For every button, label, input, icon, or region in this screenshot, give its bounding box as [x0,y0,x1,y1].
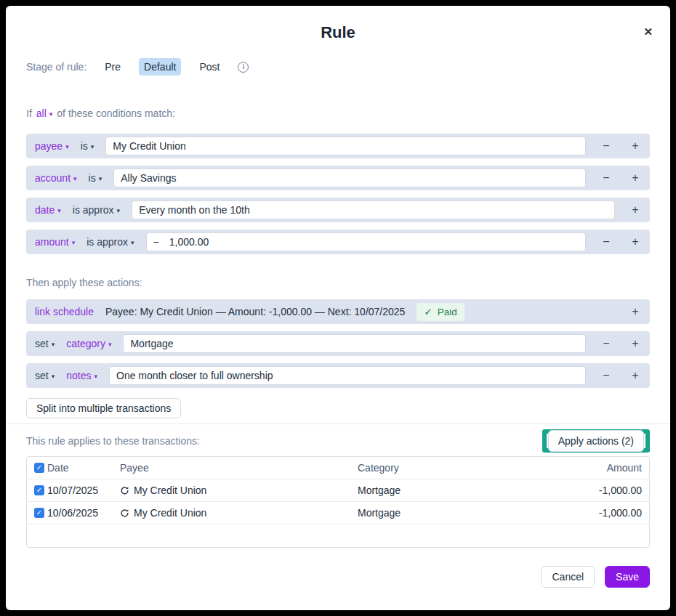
condition-op-dropdown[interactable]: is approx▾ [86,236,134,248]
action-field-dropdown[interactable]: category▾ [66,338,111,349]
chevron-down-icon: ▾ [94,373,97,380]
condition-value-input[interactable]: −1,000.00 [146,232,586,251]
page-title: Rule [26,23,650,42]
chevron-down-icon: ▾ [72,239,76,246]
recurring-icon [120,508,129,518]
condition-op-dropdown[interactable]: is▾ [81,140,94,152]
chevron-down-icon: ▾ [99,175,102,182]
close-icon[interactable]: ✕ [643,26,653,37]
condition-value-input[interactable]: My Credit Union [105,137,586,155]
chevron-down-icon: ▾ [52,373,55,380]
tx-date: 10/07/2025 [47,485,120,496]
stage-option-default[interactable]: Default [139,58,181,76]
condition-value-input[interactable]: Ally Savings [113,169,586,187]
cancel-button[interactable]: Cancel [541,566,595,588]
apply-actions-button[interactable]: Apply actions (2) [548,430,644,452]
tx-category: Mortgage [358,485,562,496]
add-action-button[interactable]: + [627,337,644,350]
dialog-footer: Cancel Save [26,566,650,588]
table-row: ✓ 10/06/2025 My Credit Union Mortgage -1… [27,501,649,524]
remove-condition-button[interactable]: − [597,171,615,185]
action-row-link-schedule: link schedule Payee: My Credit Union — A… [26,299,650,324]
condition-field-dropdown[interactable]: account▾ [35,172,77,184]
tx-payee: My Credit Union [120,485,358,496]
action-row-set-notes: set▾ notes▾ One month closer to full own… [26,363,650,388]
chevron-down-icon: ▾ [57,207,61,214]
section-divider [6,423,670,424]
add-condition-button[interactable]: + [627,203,644,216]
action-verb-dropdown[interactable]: set▾ [35,338,55,349]
chevron-down-icon: ▾ [91,143,94,150]
action-field-dropdown[interactable]: notes▾ [66,370,97,381]
rule-dialog: Rule ✕ Stage of rule: Pre Default Post i… [6,6,670,610]
schedule-description: Payee: My Credit Union — Amount: -1,000.… [105,306,405,317]
conditions-intro-suffix: of these conditions match: [57,108,175,119]
tx-amount: -1,000.00 [562,485,642,496]
remove-condition-button[interactable]: − [597,235,615,248]
conditions-intro-prefix: If [26,108,32,119]
stage-option-post[interactable]: Post [194,58,225,76]
actions-section-label: Then apply these actions: [26,277,650,288]
condition-row-account: account▾ is▾ Ally Savings − + [26,166,650,190]
tx-payee: My Credit Union [120,507,358,519]
action-field-link-schedule[interactable]: link schedule [35,306,94,317]
table-header-row: ✓ Date Payee Category Amount [27,457,649,479]
add-condition-button[interactable]: + [627,171,644,185]
tx-date: 10/06/2025 [47,507,120,519]
split-transactions-button[interactable]: Split into multiple transactions [26,398,181,418]
condition-row-amount: amount▾ is approx▾ −1,000.00 − + [26,230,650,254]
condition-op-dropdown[interactable]: is▾ [89,172,102,184]
tx-category: Mortgage [358,507,562,519]
column-header-payee: Payee [120,462,358,474]
match-operator-dropdown[interactable]: all▾ [36,108,53,119]
dialog-header: Rule ✕ [26,6,650,42]
stage-option-pre[interactable]: Pre [100,58,126,76]
action-value-input[interactable]: Mortgage [123,334,586,353]
recurring-icon [120,486,129,495]
add-condition-button[interactable]: + [627,139,644,153]
add-action-button[interactable]: + [627,369,644,382]
conditions-intro: If all▾ of these conditions match: [26,108,650,119]
condition-field-dropdown[interactable]: payee▾ [35,140,69,152]
condition-field-dropdown[interactable]: amount▾ [35,236,75,248]
condition-op-dropdown[interactable]: is approx▾ [73,204,120,216]
amount-sign-toggle[interactable]: − [153,236,159,248]
column-header-date: Date [47,462,120,474]
transactions-table: ✓ Date Payee Category Amount ✓ 10/07/202… [26,456,650,548]
check-icon: ✓ [424,306,432,317]
info-icon: i [238,62,249,73]
action-value-input[interactable]: One month closer to full ownership [109,366,586,385]
save-button[interactable]: Save [605,566,650,588]
condition-row-payee: payee▾ is▾ My Credit Union − + [26,134,650,158]
chevron-down-icon: ▾ [73,175,77,182]
condition-field-dropdown[interactable]: date▾ [35,204,61,216]
add-condition-button[interactable]: + [627,235,644,248]
column-header-amount: Amount [562,462,642,474]
condition-row-date: date▾ is approx▾ Every month on the 10th… [26,198,650,222]
chevron-down-icon: ▾ [52,341,55,348]
remove-condition-button[interactable]: − [597,139,615,153]
table-empty-row [27,524,649,547]
add-action-button[interactable]: + [627,305,644,318]
tx-amount: -1,000.00 [562,507,642,519]
stage-of-rule-row: Stage of rule: Pre Default Post i [26,58,650,76]
apply-actions-highlight: Apply actions (2) [542,429,650,453]
action-verb-dropdown[interactable]: set▾ [35,370,55,381]
column-header-category: Category [358,462,562,474]
transactions-section-label: This rule applies to these transactions: [26,435,200,447]
chevron-down-icon: ▾ [49,110,53,118]
chevron-down-icon: ▾ [117,207,121,214]
row-checkbox[interactable]: ✓ [34,508,44,518]
select-all-checkbox[interactable]: ✓ [34,463,44,473]
condition-value-input[interactable]: Every month on the 10th [132,200,615,219]
table-row: ✓ 10/07/2025 My Credit Union Mortgage -1… [27,479,649,501]
remove-action-button[interactable]: − [597,337,615,350]
remove-action-button[interactable]: − [597,369,615,382]
stage-label: Stage of rule: [26,61,86,73]
row-checkbox[interactable]: ✓ [34,485,44,495]
chevron-down-icon: ▾ [108,341,112,348]
chevron-down-icon: ▾ [65,143,69,150]
apply-section: This rule applies to these transactions:… [26,429,650,453]
action-row-set-category: set▾ category▾ Mortgage − + [26,331,650,356]
chevron-down-icon: ▾ [131,239,134,246]
